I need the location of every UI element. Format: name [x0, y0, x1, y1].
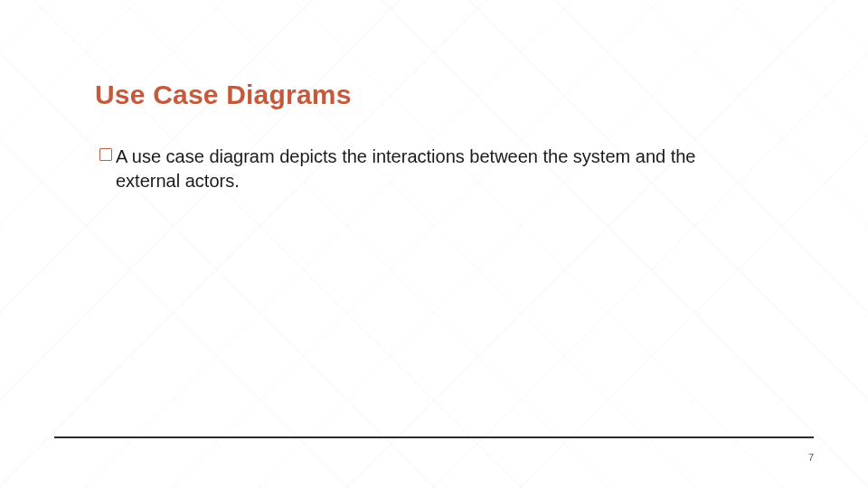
slide-body: A use case diagram depicts the interacti… [99, 145, 760, 193]
slide: Use Case Diagrams A use case diagram dep… [0, 0, 868, 488]
bullet-text: A use case diagram depicts the interacti… [116, 145, 760, 193]
square-bullet-icon [99, 148, 112, 161]
page-number: 7 [808, 452, 814, 463]
slide-title: Use Case Diagrams [95, 80, 352, 110]
bullet-item: A use case diagram depicts the interacti… [99, 145, 760, 193]
divider-rule [54, 436, 814, 438]
